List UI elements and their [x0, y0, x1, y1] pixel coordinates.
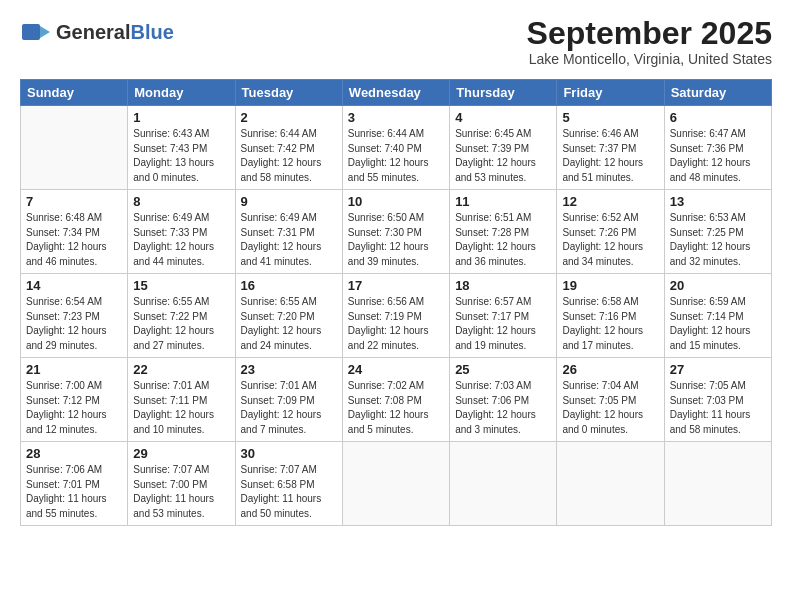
daylight-text: Daylight: 12 hours and 24 minutes.: [241, 325, 322, 351]
day-number: 2: [241, 110, 337, 125]
table-row: [342, 442, 449, 526]
table-row: 11 Sunrise: 6:51 AM Sunset: 7:28 PM Dayl…: [450, 190, 557, 274]
day-info: Sunrise: 6:49 AM Sunset: 7:33 PM Dayligh…: [133, 211, 229, 269]
day-number: 9: [241, 194, 337, 209]
sunrise-text: Sunrise: 7:01 AM: [241, 380, 317, 391]
calendar-week-row: 1 Sunrise: 6:43 AM Sunset: 7:43 PM Dayli…: [21, 106, 772, 190]
sunrise-text: Sunrise: 6:58 AM: [562, 296, 638, 307]
sunrise-text: Sunrise: 7:02 AM: [348, 380, 424, 391]
table-row: 27 Sunrise: 7:05 AM Sunset: 7:03 PM Dayl…: [664, 358, 771, 442]
day-number: 30: [241, 446, 337, 461]
sunset-text: Sunset: 7:40 PM: [348, 143, 422, 154]
day-info: Sunrise: 7:00 AM Sunset: 7:12 PM Dayligh…: [26, 379, 122, 437]
day-info: Sunrise: 6:55 AM Sunset: 7:20 PM Dayligh…: [241, 295, 337, 353]
day-number: 15: [133, 278, 229, 293]
daylight-text: Daylight: 12 hours and 19 minutes.: [455, 325, 536, 351]
daylight-text: Daylight: 11 hours and 53 minutes.: [133, 493, 214, 519]
table-row: [21, 106, 128, 190]
daylight-text: Daylight: 12 hours and 39 minutes.: [348, 241, 429, 267]
daylight-text: Daylight: 12 hours and 10 minutes.: [133, 409, 214, 435]
day-info: Sunrise: 6:49 AM Sunset: 7:31 PM Dayligh…: [241, 211, 337, 269]
day-number: 22: [133, 362, 229, 377]
logo: GeneralBlue: [20, 16, 174, 48]
table-row: 4 Sunrise: 6:45 AM Sunset: 7:39 PM Dayli…: [450, 106, 557, 190]
daylight-text: Daylight: 12 hours and 27 minutes.: [133, 325, 214, 351]
header: GeneralBlue September 2025 Lake Monticel…: [20, 16, 772, 67]
table-row: 26 Sunrise: 7:04 AM Sunset: 7:05 PM Dayl…: [557, 358, 664, 442]
daylight-text: Daylight: 12 hours and 36 minutes.: [455, 241, 536, 267]
sunset-text: Sunset: 7:09 PM: [241, 395, 315, 406]
sunset-text: Sunset: 7:36 PM: [670, 143, 744, 154]
day-info: Sunrise: 6:44 AM Sunset: 7:40 PM Dayligh…: [348, 127, 444, 185]
calendar-week-row: 7 Sunrise: 6:48 AM Sunset: 7:34 PM Dayli…: [21, 190, 772, 274]
day-number: 24: [348, 362, 444, 377]
sunset-text: Sunset: 7:30 PM: [348, 227, 422, 238]
day-info: Sunrise: 7:07 AM Sunset: 6:58 PM Dayligh…: [241, 463, 337, 521]
day-info: Sunrise: 6:53 AM Sunset: 7:25 PM Dayligh…: [670, 211, 766, 269]
sunset-text: Sunset: 7:12 PM: [26, 395, 100, 406]
day-info: Sunrise: 6:58 AM Sunset: 7:16 PM Dayligh…: [562, 295, 658, 353]
daylight-text: Daylight: 11 hours and 50 minutes.: [241, 493, 322, 519]
day-number: 21: [26, 362, 122, 377]
sunrise-text: Sunrise: 6:50 AM: [348, 212, 424, 223]
daylight-text: Daylight: 12 hours and 44 minutes.: [133, 241, 214, 267]
calendar-week-row: 28 Sunrise: 7:06 AM Sunset: 7:01 PM Dayl…: [21, 442, 772, 526]
table-row: [557, 442, 664, 526]
daylight-text: Daylight: 12 hours and 51 minutes.: [562, 157, 643, 183]
sunrise-text: Sunrise: 7:03 AM: [455, 380, 531, 391]
svg-rect-0: [22, 24, 40, 40]
day-number: 3: [348, 110, 444, 125]
table-row: 2 Sunrise: 6:44 AM Sunset: 7:42 PM Dayli…: [235, 106, 342, 190]
daylight-text: Daylight: 11 hours and 55 minutes.: [26, 493, 107, 519]
day-number: 17: [348, 278, 444, 293]
daylight-text: Daylight: 12 hours and 34 minutes.: [562, 241, 643, 267]
day-info: Sunrise: 7:02 AM Sunset: 7:08 PM Dayligh…: [348, 379, 444, 437]
svg-marker-1: [40, 26, 50, 38]
table-row: [450, 442, 557, 526]
day-info: Sunrise: 6:59 AM Sunset: 7:14 PM Dayligh…: [670, 295, 766, 353]
header-wednesday: Wednesday: [342, 80, 449, 106]
day-info: Sunrise: 6:46 AM Sunset: 7:37 PM Dayligh…: [562, 127, 658, 185]
daylight-text: Daylight: 12 hours and 46 minutes.: [26, 241, 107, 267]
table-row: 5 Sunrise: 6:46 AM Sunset: 7:37 PM Dayli…: [557, 106, 664, 190]
logo-general-text: General: [56, 21, 130, 43]
sunrise-text: Sunrise: 7:04 AM: [562, 380, 638, 391]
sunrise-text: Sunrise: 6:44 AM: [348, 128, 424, 139]
sunset-text: Sunset: 7:03 PM: [670, 395, 744, 406]
sunset-text: Sunset: 7:25 PM: [670, 227, 744, 238]
day-number: 26: [562, 362, 658, 377]
day-number: 28: [26, 446, 122, 461]
sunset-text: Sunset: 7:37 PM: [562, 143, 636, 154]
table-row: 8 Sunrise: 6:49 AM Sunset: 7:33 PM Dayli…: [128, 190, 235, 274]
day-info: Sunrise: 6:47 AM Sunset: 7:36 PM Dayligh…: [670, 127, 766, 185]
sunset-text: Sunset: 7:42 PM: [241, 143, 315, 154]
daylight-text: Daylight: 12 hours and 7 minutes.: [241, 409, 322, 435]
calendar-week-row: 14 Sunrise: 6:54 AM Sunset: 7:23 PM Dayl…: [21, 274, 772, 358]
daylight-text: Daylight: 13 hours and 0 minutes.: [133, 157, 214, 183]
sunrise-text: Sunrise: 6:49 AM: [241, 212, 317, 223]
day-number: 18: [455, 278, 551, 293]
table-row: 25 Sunrise: 7:03 AM Sunset: 7:06 PM Dayl…: [450, 358, 557, 442]
sunset-text: Sunset: 7:08 PM: [348, 395, 422, 406]
table-row: 3 Sunrise: 6:44 AM Sunset: 7:40 PM Dayli…: [342, 106, 449, 190]
sunset-text: Sunset: 7:22 PM: [133, 311, 207, 322]
sunrise-text: Sunrise: 7:07 AM: [241, 464, 317, 475]
table-row: 7 Sunrise: 6:48 AM Sunset: 7:34 PM Dayli…: [21, 190, 128, 274]
table-row: 15 Sunrise: 6:55 AM Sunset: 7:22 PM Dayl…: [128, 274, 235, 358]
sunrise-text: Sunrise: 6:48 AM: [26, 212, 102, 223]
calendar-table: Sunday Monday Tuesday Wednesday Thursday…: [20, 79, 772, 526]
sunset-text: Sunset: 7:39 PM: [455, 143, 529, 154]
daylight-text: Daylight: 12 hours and 0 minutes.: [562, 409, 643, 435]
daylight-text: Daylight: 12 hours and 53 minutes.: [455, 157, 536, 183]
sunset-text: Sunset: 7:20 PM: [241, 311, 315, 322]
table-row: 23 Sunrise: 7:01 AM Sunset: 7:09 PM Dayl…: [235, 358, 342, 442]
day-number: 25: [455, 362, 551, 377]
daylight-text: Daylight: 12 hours and 12 minutes.: [26, 409, 107, 435]
table-row: 22 Sunrise: 7:01 AM Sunset: 7:11 PM Dayl…: [128, 358, 235, 442]
sunrise-text: Sunrise: 6:43 AM: [133, 128, 209, 139]
sunrise-text: Sunrise: 6:45 AM: [455, 128, 531, 139]
day-number: 14: [26, 278, 122, 293]
day-info: Sunrise: 6:55 AM Sunset: 7:22 PM Dayligh…: [133, 295, 229, 353]
day-info: Sunrise: 6:45 AM Sunset: 7:39 PM Dayligh…: [455, 127, 551, 185]
sunset-text: Sunset: 7:34 PM: [26, 227, 100, 238]
